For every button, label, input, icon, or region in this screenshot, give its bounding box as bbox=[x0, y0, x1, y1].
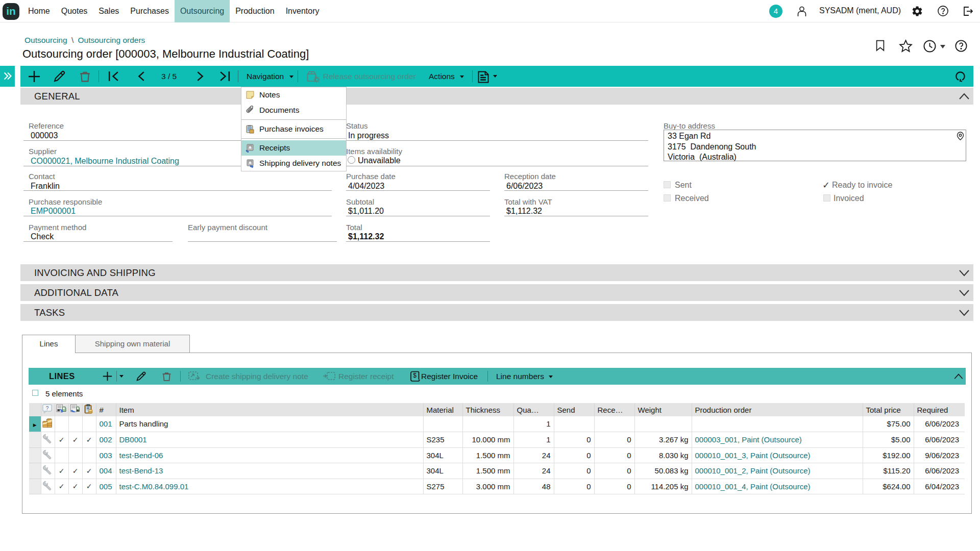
svg-text:?: ? bbox=[45, 405, 48, 411]
svg-text:$: $ bbox=[413, 372, 416, 379]
